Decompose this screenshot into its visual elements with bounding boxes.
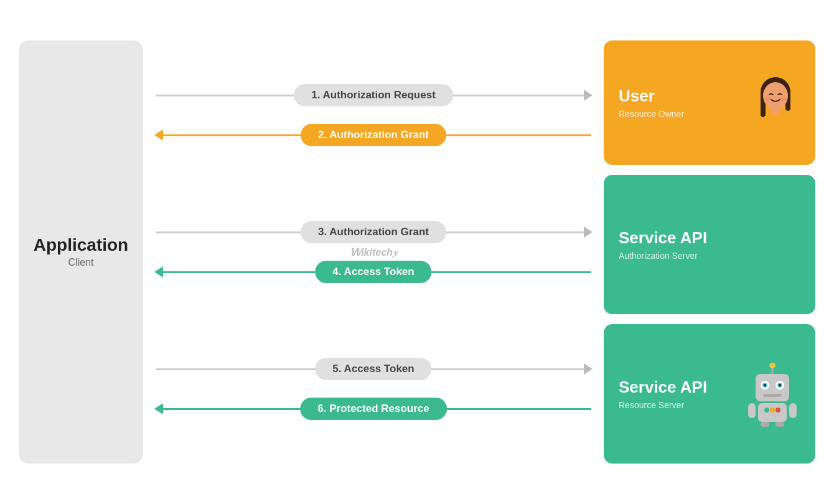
svg-rect-7 [772, 107, 779, 114]
user-avatar [751, 75, 800, 131]
arrow-row-6: 6. Protected Resource [156, 393, 591, 425]
svg-rect-25 [789, 403, 797, 418]
robot-avatar [744, 363, 800, 425]
svg-point-13 [764, 384, 766, 386]
arrow-row-5: 5. Access Token [156, 353, 591, 385]
user-panel-title: User [619, 86, 751, 106]
flow-group-3: 5. Access Token 6. Protected Resource [156, 353, 591, 425]
resource-panel-subtitle: Resource Server [619, 400, 744, 410]
svg-rect-17 [763, 394, 782, 397]
user-panel-subtitle: Resource Owner [619, 109, 751, 119]
arrow-row-2: 2. Authorization Grant [156, 119, 591, 151]
arrow-row-1: 1. Authorization Request [156, 79, 591, 111]
svg-point-4 [765, 97, 771, 101]
flow-group-1: 1. Authorization Request 2. Authorizatio… [156, 79, 591, 151]
svg-point-16 [779, 384, 781, 386]
auth-server-panel: Service API Authorization Server [604, 175, 815, 314]
pill-auth-grant-2: 3. Authorization Grant [301, 221, 446, 243]
app-client-subtitle: Client [68, 257, 94, 268]
resource-panel-text: Service API Resource Server [619, 378, 744, 409]
pill-auth-request: 1. Authorization Request [294, 84, 453, 106]
svg-point-3 [763, 82, 788, 110]
auth-panel-title: Service API [619, 228, 800, 248]
resource-server-panel: Service API Resource Server [604, 324, 815, 464]
svg-rect-10 [756, 374, 789, 401]
svg-point-9 [769, 363, 775, 368]
auth-panel-subtitle: Authorization Server [619, 251, 800, 261]
svg-rect-22 [761, 422, 769, 427]
pill-access-token-1: 4. Access Token [315, 261, 431, 283]
svg-rect-24 [748, 403, 756, 418]
pill-access-token-2: 5. Access Token [315, 358, 431, 380]
arrow-row-3: 3. Authorization Grant [156, 216, 591, 248]
svg-point-5 [780, 97, 786, 101]
pill-protected-resource: 6. Protected Resource [300, 398, 447, 420]
svg-point-21 [775, 408, 780, 413]
user-panel: User Resource Owner [604, 40, 815, 165]
diagram-container: Application Client 𝕎ikitech𝑦 1. Authoriz… [0, 0, 834, 504]
svg-point-19 [764, 408, 769, 413]
user-panel-text: User Resource Owner [619, 86, 751, 118]
svg-point-20 [770, 408, 775, 413]
arrow-row-4: 4. Access Token [156, 256, 591, 288]
pill-auth-grant-1: 2. Authorization Grant [301, 124, 446, 146]
app-client-title: Application [34, 236, 128, 255]
flow-group-2: 3. Authorization Grant 4. Access Token [156, 216, 591, 288]
svg-rect-23 [775, 422, 784, 427]
app-client-panel: Application Client [19, 40, 143, 464]
auth-panel-text: Service API Authorization Server [619, 228, 800, 260]
resource-panel-title: Service API [619, 378, 744, 397]
right-panels: User Resource Owner [604, 40, 815, 464]
